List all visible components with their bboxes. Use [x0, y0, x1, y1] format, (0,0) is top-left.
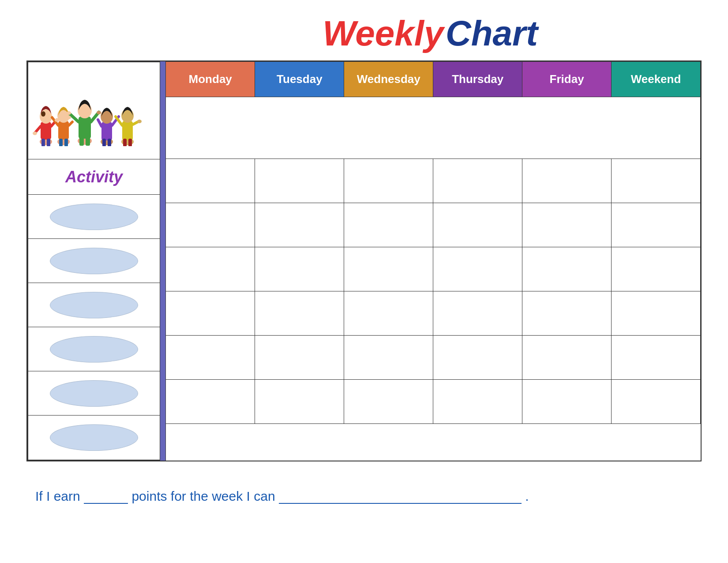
kids-header-cell: [28, 62, 160, 159]
svg-rect-16: [79, 117, 91, 139]
cell-mon-1[interactable]: [166, 159, 255, 203]
svg-point-41: [137, 120, 142, 123]
bottom-sentence: If I earn points for the week I can .: [26, 488, 702, 504]
cell-wed-5[interactable]: [344, 336, 433, 380]
cell-fri-4[interactable]: [522, 291, 612, 336]
cell-wed-1[interactable]: [344, 159, 433, 203]
svg-rect-9: [58, 121, 69, 140]
svg-rect-28: [108, 139, 111, 146]
cell-wed-4[interactable]: [344, 291, 433, 336]
activity-row-1: [28, 195, 160, 239]
spacer-cell: [166, 97, 701, 159]
svg-rect-13: [59, 139, 63, 146]
svg-point-39: [67, 111, 71, 115]
cell-mon-6[interactable]: [166, 380, 255, 424]
activity-oval-3[interactable]: [50, 292, 138, 318]
svg-rect-7: [47, 139, 50, 146]
cell-tue-6[interactable]: [255, 380, 344, 424]
header-row: Monday Tuesday Wednesday Thursday Friday: [166, 62, 701, 97]
cell-tue-3[interactable]: [255, 247, 344, 291]
svg-rect-14: [64, 139, 68, 146]
svg-rect-35: [128, 139, 132, 146]
svg-rect-21: [86, 137, 90, 146]
cell-tue-1[interactable]: [255, 159, 344, 203]
page-container: Weekly Chart: [26, 13, 702, 504]
reward-blank[interactable]: [279, 488, 522, 504]
svg-line-12: [69, 122, 72, 125]
activity-row-6: [28, 416, 160, 460]
cell-wkd-1[interactable]: [612, 159, 701, 203]
cell-thu-4[interactable]: [433, 291, 522, 336]
svg-rect-27: [102, 139, 106, 146]
cell-fri-6[interactable]: [522, 380, 612, 424]
cell-thu-2[interactable]: [433, 203, 522, 247]
cell-wed-2[interactable]: [344, 203, 433, 247]
svg-rect-34: [123, 139, 127, 146]
table-row: [166, 336, 701, 380]
purple-bar: [160, 61, 166, 461]
svg-point-10: [57, 109, 70, 123]
cell-wkd-2[interactable]: [612, 203, 701, 247]
svg-rect-6: [41, 139, 45, 146]
cell-fri-3[interactable]: [522, 247, 612, 291]
header-tuesday: Tuesday: [255, 62, 344, 97]
cell-tue-2[interactable]: [255, 203, 344, 247]
kids-illustration: [33, 64, 147, 146]
left-section: Activity: [27, 61, 160, 461]
svg-point-31: [121, 109, 134, 123]
svg-point-38: [67, 116, 71, 119]
activity-header: Activity: [28, 159, 160, 195]
svg-point-24: [101, 110, 113, 124]
cell-mon-3[interactable]: [166, 247, 255, 291]
table-row: [166, 291, 701, 336]
activity-oval-5[interactable]: [50, 380, 138, 407]
table-row: [166, 380, 701, 424]
svg-line-25: [98, 120, 101, 126]
svg-point-37: [55, 118, 59, 122]
activity-oval-6[interactable]: [50, 424, 138, 451]
activity-row-4: [28, 327, 160, 371]
activity-oval-1[interactable]: [50, 204, 138, 230]
weekly-table: Monday Tuesday Wednesday Thursday Friday: [166, 61, 701, 424]
cell-wkd-5[interactable]: [612, 336, 701, 380]
cell-wed-6[interactable]: [344, 380, 433, 424]
cell-tue-4[interactable]: [255, 291, 344, 336]
cell-mon-5[interactable]: [166, 336, 255, 380]
svg-rect-30: [122, 121, 133, 140]
days-table-wrapper: Monday Tuesday Wednesday Thursday Friday: [166, 61, 701, 461]
cell-wkd-6[interactable]: [612, 380, 701, 424]
activity-oval-4[interactable]: [50, 336, 138, 363]
header-weekend: Weekend: [612, 62, 701, 97]
cell-wed-3[interactable]: [344, 247, 433, 291]
cell-thu-1[interactable]: [433, 159, 522, 203]
activity-oval-2[interactable]: [50, 248, 138, 274]
cell-fri-1[interactable]: [522, 159, 612, 203]
chart-container: Activity: [26, 60, 702, 461]
svg-point-3: [41, 111, 45, 117]
cell-thu-5[interactable]: [433, 336, 522, 380]
cell-wkd-4[interactable]: [612, 291, 701, 336]
cell-tue-5[interactable]: [255, 336, 344, 380]
activity-row-2: [28, 239, 160, 283]
header-friday: Friday: [522, 62, 612, 97]
cell-mon-4[interactable]: [166, 291, 255, 336]
activity-row-3: [28, 283, 160, 327]
cell-thu-6[interactable]: [433, 380, 522, 424]
sentence-suffix: .: [525, 489, 529, 503]
table-row: [166, 159, 701, 203]
cell-wkd-3[interactable]: [612, 247, 701, 291]
svg-rect-23: [101, 122, 112, 140]
points-blank[interactable]: [84, 488, 128, 504]
cell-thu-3[interactable]: [433, 247, 522, 291]
cell-fri-5[interactable]: [522, 336, 612, 380]
cell-mon-2[interactable]: [166, 203, 255, 247]
title-area: Weekly Chart: [159, 13, 702, 58]
table-body: [166, 159, 701, 424]
table-row: [166, 203, 701, 247]
title-row: Weekly Chart: [26, 13, 702, 58]
header-thursday: Thursday: [433, 62, 522, 97]
cell-fri-2[interactable]: [522, 203, 612, 247]
header-wednesday: Wednesday: [344, 62, 433, 97]
sentence-middle: points for the week I can: [131, 489, 275, 503]
title-weekly: Weekly: [323, 14, 443, 53]
